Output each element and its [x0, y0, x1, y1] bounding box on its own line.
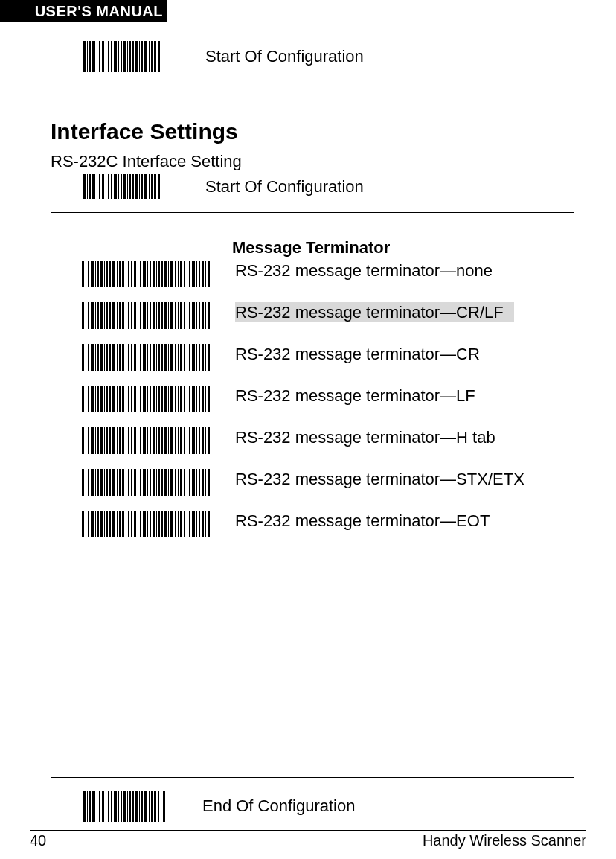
svg-rect-338: [192, 511, 195, 537]
svg-rect-167: [184, 344, 185, 371]
svg-rect-93: [86, 302, 86, 329]
svg-rect-357: [123, 791, 126, 822]
svg-rect-112: [143, 302, 146, 329]
svg-rect-50: [82, 261, 84, 287]
svg-rect-4: [97, 41, 97, 72]
svg-rect-171: [196, 344, 197, 371]
svg-rect-150: [131, 344, 132, 371]
svg-rect-257: [202, 427, 204, 454]
svg-rect-87: [196, 261, 197, 287]
svg-rect-48: [154, 174, 156, 199]
svg-rect-197: [147, 386, 148, 412]
svg-rect-121: [170, 302, 173, 329]
svg-rect-129: [196, 302, 197, 329]
svg-rect-253: [189, 427, 190, 454]
svg-rect-271: [117, 469, 118, 496]
svg-rect-82: [180, 261, 182, 287]
svg-rect-31: [102, 174, 104, 199]
svg-rect-18: [139, 41, 140, 72]
message-terminator-item: RS-232 message terminator—none: [82, 261, 574, 287]
svg-rect-233: [128, 427, 129, 454]
svg-rect-255: [196, 427, 197, 454]
svg-rect-243: [158, 427, 160, 454]
svg-rect-195: [140, 386, 141, 412]
svg-rect-287: [164, 469, 167, 496]
svg-rect-66: [131, 261, 132, 287]
svg-rect-296: [192, 469, 195, 496]
svg-rect-267: [104, 469, 105, 496]
svg-rect-159: [158, 344, 160, 371]
svg-rect-336: [187, 511, 187, 537]
svg-rect-116: [156, 302, 157, 329]
svg-rect-96: [95, 302, 96, 329]
message-terminator-block: Message Terminator RS-232 message termin…: [82, 238, 574, 552]
svg-rect-332: [175, 511, 176, 537]
svg-rect-347: [92, 791, 95, 822]
svg-rect-10: [114, 41, 117, 72]
svg-rect-286: [161, 469, 163, 496]
divider: [51, 92, 574, 92]
svg-rect-155: [147, 344, 148, 371]
svg-rect-26: [87, 174, 88, 199]
svg-rect-75: [158, 261, 160, 287]
svg-rect-65: [128, 261, 129, 287]
svg-rect-250: [180, 427, 182, 454]
svg-rect-148: [126, 344, 126, 371]
svg-rect-72: [150, 261, 151, 287]
svg-rect-118: [161, 302, 163, 329]
svg-rect-84: [187, 261, 187, 287]
section-heading: Interface Settings: [51, 119, 574, 144]
svg-rect-355: [118, 791, 119, 822]
svg-rect-102: [112, 302, 115, 329]
svg-rect-71: [147, 261, 148, 287]
svg-rect-345: [87, 791, 88, 822]
svg-rect-320: [138, 511, 138, 537]
svg-rect-144: [112, 344, 115, 371]
svg-rect-11: [118, 41, 119, 72]
svg-rect-235: [134, 427, 136, 454]
svg-rect-309: [104, 511, 105, 537]
svg-rect-341: [202, 511, 204, 537]
svg-rect-101: [109, 302, 111, 329]
svg-rect-85: [189, 261, 190, 287]
svg-rect-211: [189, 386, 190, 412]
svg-rect-310: [106, 511, 108, 537]
svg-rect-177: [86, 386, 86, 412]
svg-rect-187: [117, 386, 118, 412]
svg-rect-166: [180, 344, 182, 371]
svg-rect-62: [119, 261, 121, 287]
message-terminator-label: RS-232 message terminator—CR: [235, 344, 480, 363]
svg-rect-205: [170, 386, 173, 412]
svg-rect-188: [119, 386, 121, 412]
svg-rect-130: [199, 302, 200, 329]
svg-rect-226: [106, 427, 108, 454]
svg-rect-105: [122, 302, 124, 329]
svg-rect-273: [122, 469, 124, 496]
svg-rect-315: [122, 511, 124, 537]
svg-rect-37: [121, 174, 122, 199]
svg-rect-284: [156, 469, 157, 496]
svg-rect-362: [139, 791, 140, 822]
svg-rect-295: [189, 469, 190, 496]
svg-rect-69: [140, 261, 141, 287]
message-terminator-item: RS-232 message terminator—EOT: [82, 511, 574, 537]
svg-rect-282: [150, 469, 151, 496]
page-footer: 40 Handy Wireless Scanner: [30, 830, 586, 851]
svg-rect-297: [196, 469, 197, 496]
svg-rect-158: [156, 344, 157, 371]
svg-rect-157: [153, 344, 155, 371]
svg-rect-41: [132, 174, 134, 199]
svg-rect-222: [95, 427, 96, 454]
svg-rect-183: [104, 386, 105, 412]
svg-rect-358: [127, 791, 128, 822]
svg-rect-322: [143, 511, 146, 537]
svg-rect-52: [88, 261, 89, 287]
page: USER'S MANUAL: [0, 0, 616, 859]
divider: [51, 212, 574, 213]
svg-rect-110: [138, 302, 138, 329]
svg-rect-182: [100, 386, 103, 412]
svg-rect-324: [150, 511, 151, 537]
svg-rect-196: [143, 386, 146, 412]
svg-rect-9: [111, 41, 112, 72]
message-terminator-label: RS-232 message terminator—STX/ETX: [235, 469, 524, 488]
